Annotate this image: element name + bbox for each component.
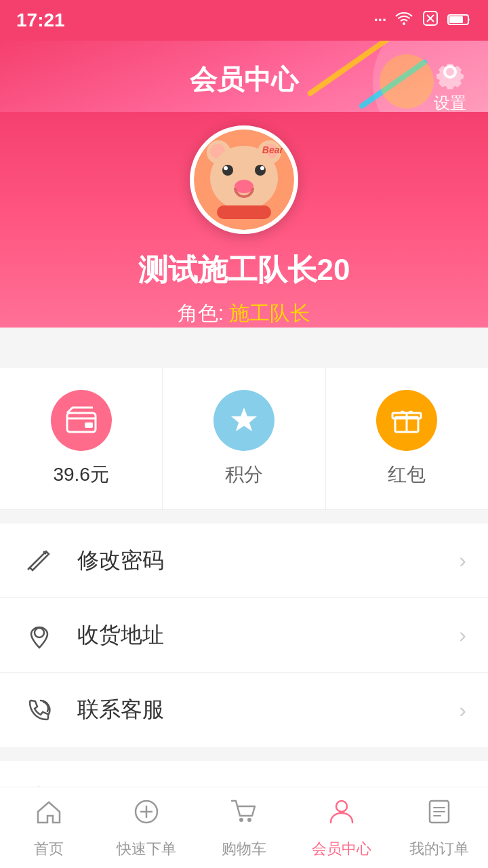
nav-quick-order[interactable]: 快速下单	[98, 787, 195, 868]
star-icon-circle	[214, 390, 274, 451]
svg-point-11	[247, 818, 251, 822]
gift-icon-circle	[376, 390, 437, 451]
svg-rect-2	[449, 16, 463, 23]
status-bar: 17:21 ···	[0, 0, 488, 41]
points-label: 积分	[225, 462, 263, 488]
customer-service-label: 联系客服	[77, 695, 459, 725]
signal-dots-icon: ···	[374, 12, 386, 29]
x-icon	[422, 9, 439, 32]
svg-rect-4	[85, 422, 93, 428]
chevron-right-icon: ›	[459, 623, 466, 648]
battery-icon	[447, 9, 472, 31]
location-icon	[22, 618, 57, 653]
svg-point-8	[35, 628, 44, 637]
phone-icon	[22, 692, 57, 728]
edit-icon	[22, 543, 57, 578]
menu-item-change-password[interactable]: 修改密码 ›	[0, 524, 488, 598]
svg-point-12	[336, 801, 347, 812]
chevron-right-icon: ›	[459, 548, 466, 573]
stat-redpacket[interactable]: 红包	[326, 368, 488, 509]
nav-home-label: 首页	[34, 839, 64, 859]
stat-wallet[interactable]: 39.6元	[0, 368, 163, 509]
gear-icon	[432, 54, 468, 90]
orders-icon	[424, 797, 454, 833]
wallet-amount: 39.6元	[53, 462, 109, 488]
settings-label: 设置	[434, 92, 466, 112]
bear-eye-right	[255, 165, 266, 176]
svg-point-10	[239, 818, 243, 822]
status-icons: ···	[374, 9, 472, 32]
nav-orders[interactable]: 我的订单	[390, 787, 488, 868]
person-icon	[327, 797, 357, 833]
nav-member[interactable]: 会员中心	[293, 787, 390, 868]
profile-section: Bear 测试施工队长20 角色: 施工队长	[0, 112, 488, 368]
address-label: 收货地址	[77, 620, 459, 650]
stat-points[interactable]: 积分	[163, 368, 325, 509]
avatar-image: Bear	[194, 130, 294, 230]
role-label: 角色:	[178, 302, 224, 324]
settings-button[interactable]: 设置	[432, 54, 468, 112]
menu-section: 修改密码 › 收货地址 › 联系客服 ›	[0, 524, 488, 747]
svg-marker-5	[231, 408, 257, 431]
stats-row: 39.6元 积分 红包	[0, 368, 488, 510]
status-time: 17:21	[16, 9, 65, 31]
username: 测试施工队长20	[138, 250, 350, 290]
header: 会员中心 设置	[0, 41, 488, 112]
chevron-right-icon: ›	[459, 698, 466, 723]
bear-collar	[217, 205, 271, 219]
bottom-nav: 首页 快速下单 购物车 会员中心	[0, 787, 488, 868]
nav-orders-label: 我的订单	[409, 839, 469, 859]
nav-cart-label: 购物车	[222, 839, 266, 859]
redpacket-label: 红包	[388, 462, 426, 488]
page-title: 会员中心	[190, 61, 298, 98]
bear-avatar: Bear	[203, 139, 285, 220]
change-password-label: 修改密码	[77, 546, 459, 576]
role-row: 角色: 施工队长	[178, 300, 311, 328]
avatar: Bear	[190, 125, 298, 234]
bear-text: Bear	[262, 144, 283, 155]
header-title-row: 会员中心 设置	[0, 54, 488, 112]
bear-eye-left	[222, 165, 233, 176]
nav-home[interactable]: 首页	[0, 787, 98, 868]
nav-member-label: 会员中心	[312, 839, 371, 859]
home-icon	[34, 797, 64, 833]
plus-circle-icon	[131, 797, 161, 833]
bear-head	[210, 146, 278, 210]
cart-icon	[229, 797, 259, 833]
menu-item-address[interactable]: 收货地址 ›	[0, 598, 488, 673]
nav-cart[interactable]: 购物车	[195, 787, 293, 868]
role-value: 施工队长	[229, 302, 310, 324]
nav-quick-order-label: 快速下单	[117, 839, 176, 859]
menu-item-customer-service[interactable]: 联系客服 ›	[0, 673, 488, 747]
wifi-icon	[394, 11, 413, 30]
wallet-icon-circle	[51, 390, 112, 451]
